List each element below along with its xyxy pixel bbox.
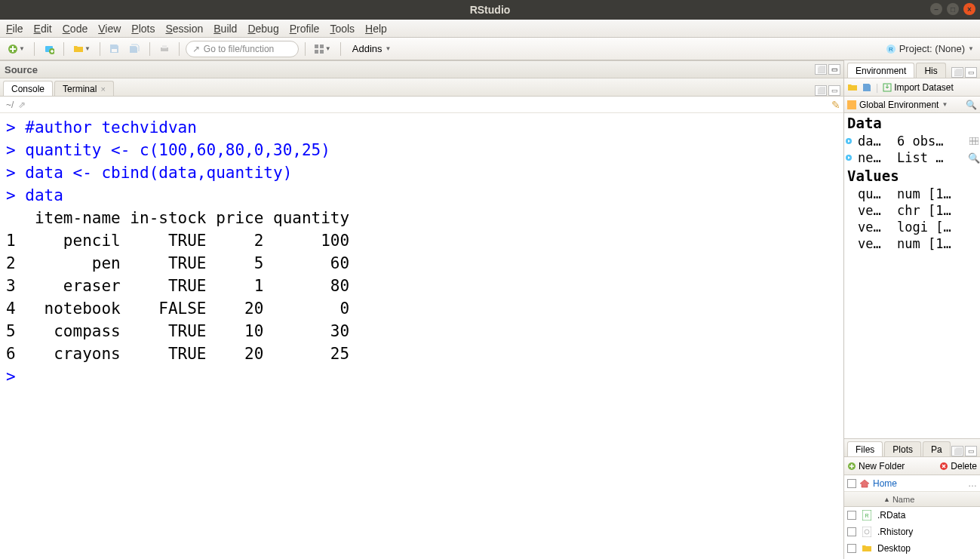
env-maximize-button[interactable]: ▭ (965, 67, 977, 78)
env-row-action-icon[interactable] (969, 137, 978, 146)
save-all-button[interactable] (126, 41, 143, 57)
env-scope-selector[interactable]: Global Environment ▼ 🔍 (844, 97, 980, 113)
tab-files[interactable]: Files (847, 441, 883, 456)
expand-icon[interactable] (844, 153, 853, 162)
file-list: R.RData.RhistoryDesktop (844, 507, 980, 559)
menu-edit[interactable]: Edit (34, 23, 52, 35)
files-breadcrumb: Home … (844, 475, 980, 492)
env-value-row[interactable]: qu…num [1… (844, 186, 980, 202)
tab-history[interactable]: His (916, 63, 945, 78)
save-workspace-icon[interactable] (862, 83, 871, 92)
tab-plots[interactable]: Plots (884, 441, 921, 456)
menu-build[interactable]: Build (214, 23, 237, 35)
env-var-name: qu… (855, 186, 897, 201)
file-row[interactable]: R.RData (844, 507, 980, 524)
new-project-button[interactable] (41, 41, 57, 57)
files-minimize-button[interactable]: ⬜ (951, 446, 963, 456)
titlebar: RStudio – □ × (0, 0, 980, 20)
tab-environment[interactable]: Environment (847, 63, 914, 78)
file-row[interactable]: .Rhistory (844, 524, 980, 540)
env-scope-label: Global Environment (859, 100, 939, 110)
new-folder-button[interactable]: New Folder (847, 461, 905, 471)
home-icon (859, 479, 870, 488)
main-toolbar: ▼ ▼ ↗ Go to file/function ▼ Addins ▼ R P… (0, 38, 980, 60)
save-button[interactable] (106, 41, 123, 57)
project-selector[interactable]: R Project: (None) ▼ (886, 43, 974, 54)
environment-list: Datada…6 obs…ne…List …🔍Valuesqu…num [1…v… (844, 113, 980, 438)
menu-plots[interactable]: Plots (131, 23, 155, 35)
svg-text:R: R (865, 513, 868, 518)
env-minimize-button[interactable]: ⬜ (951, 67, 963, 78)
window-minimize-button[interactable]: – (930, 3, 942, 15)
breadcrumb-home[interactable]: Home (873, 478, 897, 489)
menu-session[interactable]: Session (165, 23, 203, 35)
menu-profile[interactable]: Profile (290, 23, 320, 35)
grid-view-button[interactable]: ▼ (312, 41, 334, 57)
env-value-row[interactable]: ve…num [1… (844, 235, 980, 252)
env-value-row[interactable]: ve…logi [… (844, 219, 980, 235)
load-workspace-icon[interactable] (847, 83, 858, 92)
file-checkbox[interactable] (847, 511, 856, 520)
delete-button[interactable]: Delete (939, 461, 977, 471)
tab-console[interactable]: Console (3, 81, 53, 96)
import-dataset-button[interactable]: Import Dataset (883, 82, 954, 93)
new-folder-label: New Folder (859, 461, 905, 471)
svg-rect-5 (162, 45, 167, 48)
env-section-values: Values (844, 166, 980, 186)
search-env-icon[interactable]: 🔍 (966, 100, 977, 110)
menu-help[interactable]: Help (365, 23, 387, 35)
file-list-header: ▲ Name (844, 492, 980, 507)
menu-view[interactable]: View (98, 23, 121, 35)
expand-icon[interactable] (844, 137, 853, 146)
env-row-action-icon[interactable]: 🔍 (969, 153, 978, 162)
dropdown-arrow-icon: ▼ (325, 45, 331, 52)
env-var-name: ve… (855, 236, 897, 251)
sort-arrow-icon[interactable]: ▲ (883, 496, 890, 503)
open-file-button[interactable]: ▼ (70, 41, 94, 57)
env-data-row[interactable]: da…6 obs… (844, 133, 980, 149)
goto-file-function-input[interactable]: ↗ Go to file/function (186, 41, 299, 57)
console-path-bar: ~/ ⇗ ✎ (0, 97, 843, 113)
dropdown-arrow-icon: ▼ (386, 45, 392, 52)
console-path-arrow-icon[interactable]: ⇗ (18, 100, 26, 110)
tab-terminal[interactable]: Terminal × (54, 81, 114, 96)
menu-code[interactable]: Code (63, 23, 88, 35)
select-all-checkbox[interactable] (847, 479, 856, 488)
tab-plots-label: Plots (892, 444, 913, 455)
env-var-name: da… (855, 134, 897, 149)
menu-file[interactable]: File (6, 23, 23, 35)
window-title: RStudio (470, 4, 511, 16)
env-data-row[interactable]: ne…List …🔍 (844, 149, 980, 166)
console-maximize-button[interactable]: ▭ (828, 85, 840, 96)
svg-rect-6 (315, 45, 318, 48)
tab-packages[interactable]: Pa (923, 441, 951, 456)
file-checkbox[interactable] (847, 544, 856, 553)
files-more-button[interactable]: … (968, 478, 977, 489)
source-minimize-button[interactable]: ⬜ (815, 64, 827, 75)
col-name-label[interactable]: Name (892, 495, 914, 504)
source-maximize-button[interactable]: ▭ (828, 64, 840, 75)
print-button[interactable] (156, 41, 173, 57)
new-file-button[interactable]: ▼ (5, 41, 28, 57)
window-close-button[interactable]: × (963, 3, 975, 15)
addins-button[interactable]: Addins ▼ (347, 41, 397, 57)
svg-rect-7 (320, 45, 324, 48)
project-label: Project: (None) (899, 43, 965, 54)
file-row[interactable]: Desktop (844, 540, 980, 557)
delete-label: Delete (951, 461, 977, 471)
dropdown-arrow-icon: ▼ (942, 101, 948, 108)
tab-terminal-close[interactable]: × (100, 84, 105, 94)
file-name: .Rhistory (877, 527, 913, 537)
source-pane-header: Source ⬜ ▭ (0, 60, 843, 78)
tab-environment-label: Environment (856, 66, 906, 76)
env-var-value: 6 obs… (897, 134, 969, 149)
menu-debug[interactable]: Debug (247, 23, 278, 35)
console-output[interactable]: > #author techvidvan > quantity <- c(100… (0, 113, 843, 559)
console-minimize-button[interactable]: ⬜ (815, 85, 827, 96)
clear-console-icon[interactable]: ✎ (831, 99, 840, 111)
menu-tools[interactable]: Tools (330, 23, 355, 35)
env-value-row[interactable]: ve…chr [1… (844, 202, 980, 219)
files-maximize-button[interactable]: ▭ (965, 446, 977, 456)
file-checkbox[interactable] (847, 527, 856, 536)
window-maximize-button[interactable]: □ (947, 3, 959, 15)
